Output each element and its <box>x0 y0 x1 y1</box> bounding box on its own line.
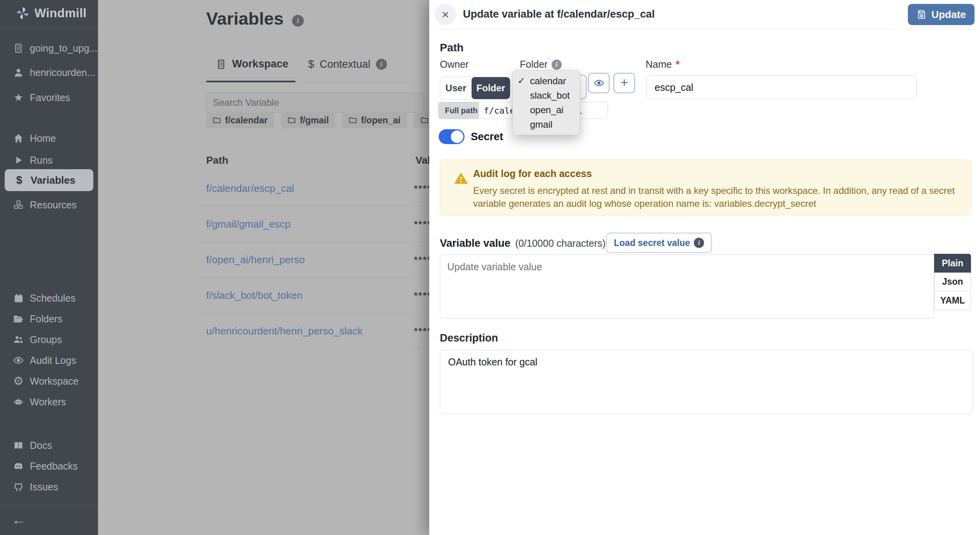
search-input[interactable] <box>206 92 439 113</box>
drawer-title: Update variable at f/calendar/escp_cal <box>463 8 655 20</box>
load-secret-info-icon <box>694 238 704 248</box>
folder-info-icon[interactable] <box>552 60 562 70</box>
group-icon <box>12 334 25 345</box>
collapse-sidebar-button[interactable]: ← <box>12 512 26 528</box>
format-tab-yaml[interactable]: YAML <box>934 291 971 310</box>
dropdown-option-calendar[interactable]: ✓ calendar <box>513 74 580 88</box>
warning-title: Audit log for each access <box>473 168 592 179</box>
cubes-icon <box>12 199 25 210</box>
sidebar-item-favorites[interactable]: ★ Favorites <box>0 89 98 107</box>
windmill-pinwheel-icon <box>16 6 30 20</box>
dropdown-option-slack-bot[interactable]: slack_bot <box>513 88 580 103</box>
sidebar-item-workers[interactable]: Workers <box>0 393 98 411</box>
divider <box>0 505 98 506</box>
tab-workspace[interactable]: Workspace <box>216 58 289 70</box>
format-tab-plain[interactable]: Plain <box>934 254 971 273</box>
folder-icon <box>420 116 429 125</box>
sidebar-item-issues[interactable]: Issues <box>0 478 98 496</box>
variables-info-icon[interactable] <box>292 15 304 27</box>
owner-kind-folder[interactable]: Folder <box>472 77 510 99</box>
account-menu[interactable]: henricourden... <box>0 63 98 81</box>
update-variable-drawer: × Update variable at f/calendar/escp_cal… <box>429 0 980 535</box>
close-icon[interactable]: × <box>435 4 456 25</box>
sidebar-item-groups[interactable]: Groups <box>0 331 98 349</box>
sidebar-item-docs[interactable]: Docs <box>0 436 98 454</box>
table-row[interactable]: f/gmail/gmail_escp **** <box>196 206 431 242</box>
update-button[interactable]: Update <box>908 4 975 25</box>
check-icon: ✓ <box>513 76 530 86</box>
table-row[interactable]: f/calendar/escp_cal **** <box>196 171 431 206</box>
home-icon <box>12 133 25 144</box>
variable-path-link[interactable]: f/open_ai/henri_perso <box>206 254 305 266</box>
sidebar-item-feedbacks[interactable]: Feedbacks <box>0 457 98 475</box>
variable-path-link[interactable]: u/henricourdent/henri_perso_slack <box>206 325 363 337</box>
star-icon: ★ <box>12 92 25 103</box>
sidebar-item-folders[interactable]: Folders <box>0 310 98 328</box>
user-icon <box>12 67 25 78</box>
owner-kind-toggle: User Folder <box>440 77 510 99</box>
sidebar: Windmill going_to_upg... henricourden...… <box>0 0 98 535</box>
dropdown-option-open-ai[interactable]: open_ai <box>513 103 580 117</box>
folder-icon <box>287 116 296 125</box>
table-row[interactable]: f/slack_bot/bot_token **** <box>196 278 431 313</box>
folder-icon <box>212 116 221 125</box>
variable-value-textarea[interactable] <box>440 255 934 318</box>
dropdown-option-gmail[interactable]: gmail <box>513 117 580 132</box>
sidebar-item-home[interactable]: Home <box>0 129 98 147</box>
eye-icon <box>12 355 25 366</box>
load-secret-value-button[interactable]: Load secret value <box>606 233 712 253</box>
play-icon <box>12 155 25 165</box>
owner-label: Owner <box>440 59 469 70</box>
warning-icon <box>453 171 469 186</box>
variable-path-link[interactable]: f/gmail/gmail_escp <box>206 218 290 230</box>
create-folder-button[interactable]: + <box>613 73 635 93</box>
folder-dropdown-menu: ✓ calendar slack_bot open_ai gmail <box>512 70 580 135</box>
variable-value-label: Variable value <box>440 237 510 249</box>
description-heading: Description <box>440 332 498 344</box>
full-path-label: Full path <box>438 102 484 119</box>
building-icon <box>216 59 227 70</box>
sidebar-item-resources[interactable]: Resources <box>0 196 98 214</box>
warning-body: Every secret is encrypted at rest and in… <box>473 184 972 210</box>
description-textarea[interactable] <box>440 350 973 414</box>
name-input[interactable] <box>646 75 917 99</box>
secret-label: Secret <box>471 131 503 143</box>
tab-contextual[interactable]: $ Contextual <box>308 58 387 70</box>
path-heading: Path <box>440 42 464 54</box>
column-header-path: Path <box>206 154 228 166</box>
eye-icon <box>593 78 604 89</box>
secret-toggle[interactable] <box>439 129 465 144</box>
sidebar-item-runs[interactable]: Runs <box>0 151 98 169</box>
owner-kind-user[interactable]: User <box>440 77 472 99</box>
gear-icon: ⚙ <box>12 375 25 387</box>
audit-log-warning: Audit log for each access Every secret i… <box>440 159 971 215</box>
toggle-knob <box>451 130 463 143</box>
chip-f-calendar[interactable]: f/calendar <box>206 112 274 128</box>
name-label: Name * <box>646 59 679 70</box>
sidebar-item-workspace-settings[interactable]: ⚙ Workspace <box>0 372 98 390</box>
page-title: Variables <box>206 9 284 29</box>
sidebar-item-audit-logs[interactable]: Audit Logs <box>0 351 98 369</box>
table-row[interactable]: u/henricourdent/henri_perso_slack **** <box>196 313 431 349</box>
workspace-switcher[interactable]: going_to_upg... <box>0 39 98 57</box>
plus-icon: + <box>621 76 628 89</box>
preview-folder-button[interactable] <box>588 73 610 93</box>
sidebar-item-schedules[interactable]: Schedules <box>0 289 98 307</box>
sidebar-item-variables[interactable]: $ Variables <box>5 169 93 191</box>
format-tab-json[interactable]: Json <box>934 273 971 291</box>
windmill-logo[interactable]: Windmill <box>16 6 87 20</box>
format-tabs: Plain Json YAML <box>934 254 971 310</box>
building-icon <box>12 43 25 54</box>
variable-path-link[interactable]: f/slack_bot/bot_token <box>206 289 303 302</box>
chip-f-open-ai[interactable]: f/open_ai <box>342 112 407 128</box>
book-icon <box>12 440 25 451</box>
folder-open-icon <box>12 313 25 324</box>
contextual-info-icon[interactable] <box>376 59 387 70</box>
divider <box>0 27 98 28</box>
folder-label: Folder <box>520 59 562 70</box>
variable-path-link[interactable]: f/calendar/escp_cal <box>206 183 294 195</box>
table-row[interactable]: f/open_ai/henri_perso **** <box>196 242 431 278</box>
github-icon <box>12 481 25 492</box>
discord-icon <box>12 461 25 472</box>
chip-f-gmail[interactable]: f/gmail <box>281 112 335 128</box>
